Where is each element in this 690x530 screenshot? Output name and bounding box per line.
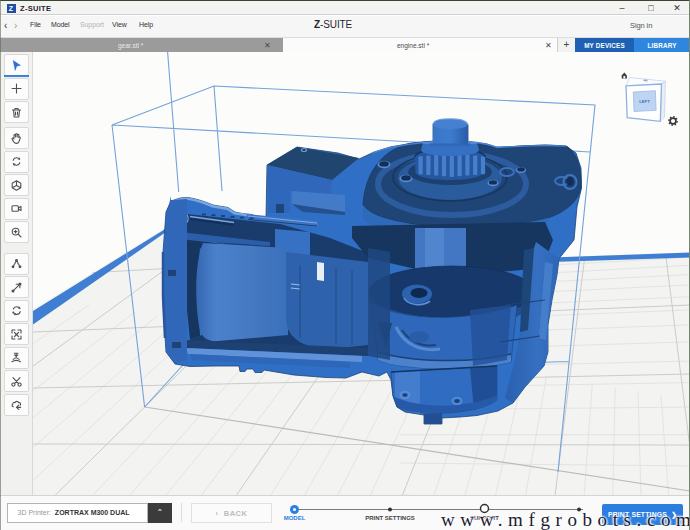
- svg-text:LEFT: LEFT: [639, 99, 650, 104]
